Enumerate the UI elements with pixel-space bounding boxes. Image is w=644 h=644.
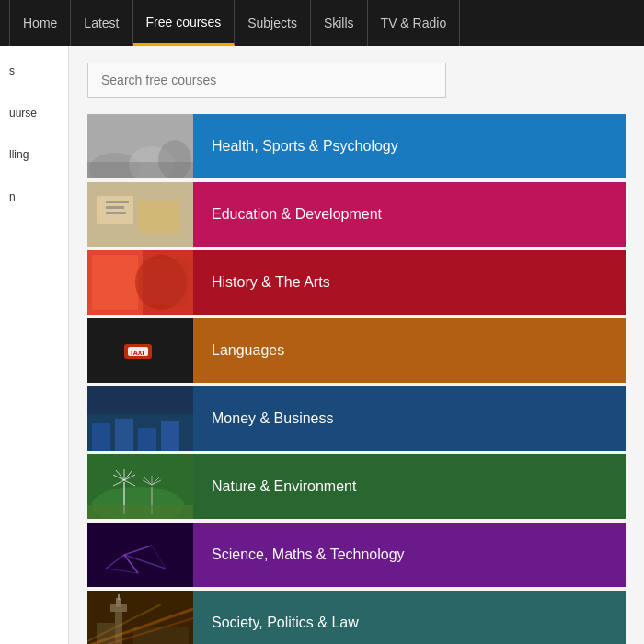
nav-skills[interactable]: Skills [311,0,368,46]
category-thumb-nature [87,454,193,519]
page-layout: s uurse lling n [0,46,644,644]
sidebar-item-1: s [9,64,59,79]
category-label-society: Society, Politics & Law [193,591,626,644]
svg-rect-11 [106,212,126,214]
nav-tv-radio[interactable]: TV & Radio [368,0,461,46]
svg-rect-33 [161,421,179,451]
category-thumb-education [87,182,193,247]
category-nature[interactable]: Nature & Environment [87,454,626,519]
svg-rect-10 [106,206,124,209]
search-container [87,63,446,98]
category-thumb-science [87,523,193,587]
categories-list: Health, Sports & Psychology Education & [87,114,626,644]
category-label-nature: Nature & Environment [193,454,626,519]
sidebar-item-2: uurse [9,107,59,121]
svg-rect-76 [133,627,189,644]
main-content: Health, Sports & Psychology Education & [69,46,644,644]
category-label-education: Education & Development [193,182,626,247]
svg-rect-18 [143,259,189,305]
svg-rect-74 [118,594,120,600]
category-thumb-society [87,591,193,644]
category-society[interactable]: Society, Politics & Law [87,591,626,644]
category-history[interactable]: History & The Arts [87,250,626,315]
category-thumb-money [87,386,193,451]
svg-rect-9 [106,201,129,203]
svg-rect-12 [138,201,179,233]
sidebar: s uurse lling n [0,46,69,644]
nav-latest[interactable]: Latest [71,0,132,46]
category-education[interactable]: Education & Development [87,182,626,247]
svg-rect-56 [87,523,193,587]
navbar: Home Latest Free courses Subjects Skills… [0,0,644,46]
search-input[interactable] [87,63,446,98]
svg-rect-31 [115,419,133,451]
svg-rect-4 [87,162,193,178]
category-label-health: Health, Sports & Psychology [193,114,626,178]
svg-rect-30 [92,423,110,451]
category-label-languages: Languages [193,318,626,383]
category-thumb-languages: TAXI [87,318,193,383]
category-science[interactable]: Science, Maths & Technology [87,523,626,587]
svg-rect-16 [92,255,138,310]
nav-free-courses[interactable]: Free courses [133,0,236,46]
sidebar-item-3: lling [9,148,59,163]
category-label-science: Science, Maths & Technology [193,523,626,587]
svg-rect-8 [97,196,133,224]
category-label-history: History & The Arts [193,250,626,315]
svg-rect-55 [87,505,193,519]
svg-text:TAXI: TAXI [130,350,144,356]
category-label-money: Money & Business [193,386,626,451]
nav-subjects[interactable]: Subjects [235,0,311,46]
category-thumb-history [87,250,193,315]
category-languages[interactable]: TAXI Languages [87,318,626,383]
category-health[interactable]: Health, Sports & Psychology [87,114,626,178]
svg-rect-32 [138,428,156,451]
nav-home[interactable]: Home [9,0,71,46]
sidebar-item-4: n [9,190,59,205]
category-thumb-health [87,114,193,178]
category-money[interactable]: Money & Business [87,386,626,451]
